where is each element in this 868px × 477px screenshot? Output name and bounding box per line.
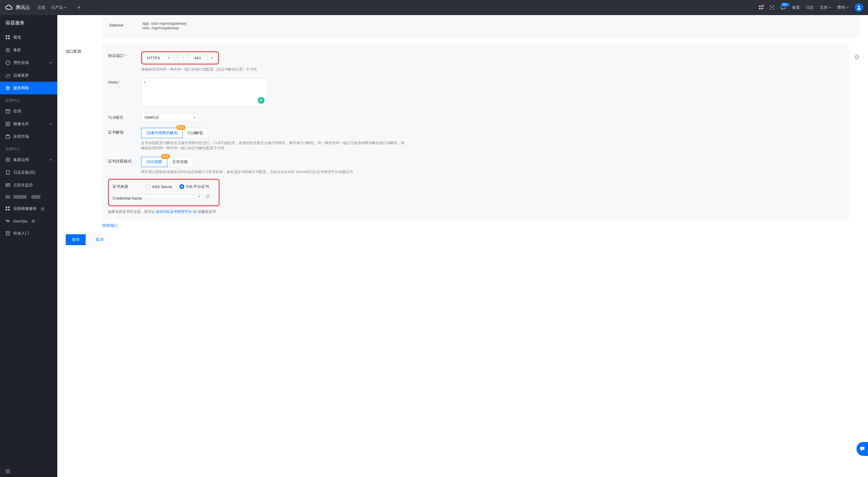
radio-checked-icon xyxy=(180,184,184,189)
sidebar-item-cluster-ops[interactable]: 集群运维 xyxy=(0,154,57,166)
chevron-down-icon xyxy=(829,6,831,9)
nav-add-tab[interactable]: + xyxy=(78,4,81,11)
protocol-select[interactable]: HTTPS xyxy=(144,54,173,62)
sidebar-item-edge[interactable]: 边缘集群 xyxy=(0,69,57,82)
log-icon xyxy=(5,170,10,175)
sidebar-item-log-collect[interactable]: 日志采集(旧) xyxy=(0,166,57,179)
nav-cost[interactable]: 费用 xyxy=(837,5,849,10)
svg-rect-12 xyxy=(6,122,10,126)
image-service-icon xyxy=(5,206,10,211)
cert-unpack-label: 证书解包 xyxy=(108,128,141,135)
port-increment[interactable]: + xyxy=(208,53,216,62)
app-icon xyxy=(5,109,10,114)
sidebar-item-elastic[interactable]: 弹性容器 xyxy=(0,56,57,69)
sidebar-item-overview[interactable]: 概览 xyxy=(0,31,57,44)
devops-icon xyxy=(5,219,10,223)
svg-rect-18 xyxy=(6,206,7,208)
sidebar-title: 容器服务 xyxy=(0,15,57,31)
sidebar-item-devops[interactable]: DevOps xyxy=(0,215,57,227)
external-link-icon xyxy=(193,210,197,213)
svg-rect-20 xyxy=(6,209,7,211)
credential-select[interactable] xyxy=(146,194,203,199)
port-config-box: 协议端口 HTTPS : − 443 + 请确保应用到同一网关同一端口的端口级配… xyxy=(102,43,849,219)
svg-rect-6 xyxy=(8,35,10,37)
nav-support[interactable]: 支持 xyxy=(820,5,831,10)
sidebar-item-quickstart[interactable]: 快速入门 xyxy=(0,227,57,240)
sidebar-collapse[interactable] xyxy=(0,466,57,477)
sidebar-item-label: 集群运维 xyxy=(13,157,29,162)
cert-unpack-opt-clb[interactable]: CLB解包 xyxy=(183,128,208,138)
nav-main: 总览 云产品 + xyxy=(37,4,81,11)
image-repo-icon xyxy=(5,122,10,126)
chat-fab[interactable] xyxy=(857,442,868,456)
sidebar-item-mesh[interactable]: 服务网格 xyxy=(0,82,57,94)
nav-overview[interactable]: 总览 xyxy=(37,5,45,10)
sidebar-item-cluster[interactable]: 集群 xyxy=(0,44,57,56)
external-link-icon xyxy=(32,220,35,223)
sidebar-item-label: 服务网格 xyxy=(13,85,29,91)
sidebar-item-label: 日志采集(旧) xyxy=(13,170,36,175)
svg-rect-3 xyxy=(762,8,763,9)
cancel-button[interactable]: 取消 xyxy=(89,234,110,245)
svg-point-10 xyxy=(7,50,8,51)
svg-rect-21 xyxy=(8,209,10,211)
nav-log[interactable]: 日志 xyxy=(806,5,814,10)
cert-mount-opt-file[interactable]: 文件挂载 xyxy=(167,157,193,167)
svg-rect-7 xyxy=(6,38,7,39)
edge-icon xyxy=(5,73,10,78)
user-avatar[interactable] xyxy=(855,3,863,12)
sidebar-item-image-repo[interactable]: 镜像仓库 xyxy=(0,118,57,130)
ssl-platform-link[interactable]: 前往SSL证书管理平台 xyxy=(156,210,197,214)
gear-icon xyxy=(5,47,10,53)
svg-rect-8 xyxy=(8,38,10,39)
port-colon: : xyxy=(174,56,178,60)
cert-mount-opt-sds[interactable]: SDS加载 推荐 xyxy=(141,157,167,167)
nav-beian[interactable]: 备案 xyxy=(792,5,800,10)
sidebar-item-label: 集群 xyxy=(13,47,21,53)
sidebar-item-label: 概览 xyxy=(13,35,21,40)
delete-port-button[interactable] xyxy=(854,54,860,60)
sidebar-item-app[interactable]: 应用 xyxy=(0,105,57,118)
tls-mode-select[interactable]: SIMPLE xyxy=(141,113,198,122)
sidebar-item-image-service[interactable]: 容器镜像服务 xyxy=(0,202,57,215)
svg-rect-11 xyxy=(6,109,10,113)
add-port-link[interactable]: 添加端口 xyxy=(102,223,118,228)
cert-source-k8s[interactable]: K8S Secret xyxy=(146,184,172,189)
nav-products[interactable]: 云产品 xyxy=(51,5,67,10)
sidebar-item-cloud-monitor[interactable]: 云原生监控 xyxy=(0,179,57,191)
port-decrement[interactable]: − xyxy=(179,53,187,62)
chevron-down-icon xyxy=(50,159,52,161)
nav-right: 99+ 备案 日志 支持 费用 xyxy=(759,3,863,12)
chevron-down-icon xyxy=(846,6,849,9)
external-link-icon xyxy=(41,207,44,211)
grid-icon[interactable] xyxy=(759,5,764,10)
sidebar-item-app-market[interactable]: 应用市场 xyxy=(0,130,57,143)
sidebar-item-label: 弹性容器 xyxy=(13,60,29,65)
svg-rect-14 xyxy=(6,135,10,138)
nav-products-label: 云产品 xyxy=(51,5,63,10)
hosts-textarea[interactable]: * G xyxy=(141,78,268,107)
dashboard-icon xyxy=(5,35,10,40)
chevron-down-icon xyxy=(50,123,52,125)
sidebar-item-label: 快速入门 xyxy=(13,231,29,236)
notification-dot xyxy=(763,4,765,6)
highlight-cert-source: 证书来源 K8S Secret SSL平台证书 xyxy=(108,179,220,206)
sidebar-item-redacted xyxy=(0,191,57,202)
top-header: 腾讯云 总览 云产品 + 99+ 备案 日志 支持 费用 xyxy=(0,0,868,15)
sidebar-item-label: 边缘集群 xyxy=(13,73,29,78)
svg-point-4 xyxy=(858,6,860,7)
chevron-down-icon xyxy=(64,6,67,9)
save-button[interactable]: 保存 xyxy=(66,234,86,245)
tls-mode-label: TLS模式 xyxy=(108,113,141,120)
sidebar-item-label: 应用市场 xyxy=(13,134,29,139)
message-icon[interactable]: 99+ xyxy=(780,5,786,10)
chevron-down-icon xyxy=(50,62,52,64)
cert-unpack-opt-edge[interactable]: 边缘代理网关解包 推荐 xyxy=(141,128,183,138)
cloud-icon xyxy=(5,3,13,12)
refresh-icon[interactable] xyxy=(206,194,210,199)
port-input[interactable]: 443 xyxy=(188,54,207,62)
cert-source-ssl[interactable]: SSL平台证书 xyxy=(180,184,209,189)
brand-logo[interactable]: 腾讯云 xyxy=(5,3,30,12)
svg-rect-0 xyxy=(759,5,761,7)
scan-icon[interactable] xyxy=(770,5,775,10)
